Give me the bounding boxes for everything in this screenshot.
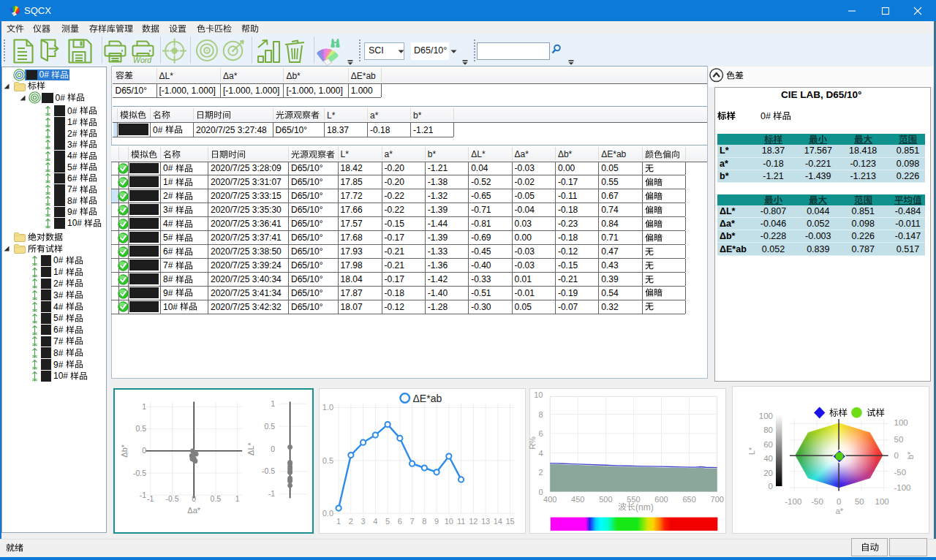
svg-text:700: 700 bbox=[711, 494, 724, 503]
svg-text:450: 450 bbox=[571, 494, 584, 503]
svg-text:b*: b* bbox=[906, 451, 915, 459]
svg-text:12: 12 bbox=[469, 517, 478, 526]
svg-text:0.5: 0.5 bbox=[135, 424, 146, 433]
svg-text:0: 0 bbox=[894, 451, 898, 460]
svg-text:4: 4 bbox=[373, 517, 377, 526]
svg-text:8: 8 bbox=[538, 409, 543, 418]
svg-text:1: 1 bbox=[271, 398, 275, 407]
svg-text:2: 2 bbox=[538, 468, 543, 477]
svg-text:13: 13 bbox=[481, 517, 490, 526]
svg-text:40: 40 bbox=[763, 454, 773, 463]
svg-text:50: 50 bbox=[894, 435, 903, 444]
svg-text:3: 3 bbox=[361, 517, 366, 526]
svg-text:500: 500 bbox=[599, 494, 612, 503]
svg-text:80: 80 bbox=[763, 425, 773, 434]
svg-text:-0.5: -0.5 bbox=[262, 466, 275, 475]
svg-text:-100: -100 bbox=[894, 483, 910, 492]
svg-text:14: 14 bbox=[494, 517, 502, 526]
svg-text:1: 1 bbox=[235, 494, 240, 503]
svg-text:6: 6 bbox=[538, 429, 543, 438]
svg-text:60: 60 bbox=[763, 440, 773, 449]
svg-text:-0.5: -0.5 bbox=[133, 468, 146, 477]
svg-text:5: 5 bbox=[385, 517, 390, 526]
svg-text:100: 100 bbox=[758, 412, 772, 420]
svg-text:1.0: 1.0 bbox=[322, 403, 333, 412]
svg-text:Δb*: Δb* bbox=[120, 444, 129, 457]
svg-text:a*: a* bbox=[835, 507, 843, 515]
svg-text:10: 10 bbox=[534, 390, 543, 399]
svg-text:9: 9 bbox=[434, 517, 439, 526]
svg-text:8: 8 bbox=[422, 517, 426, 526]
svg-text:650: 650 bbox=[682, 494, 695, 503]
svg-text:2: 2 bbox=[349, 517, 353, 526]
svg-text:10: 10 bbox=[445, 517, 453, 526]
svg-text:0.5: 0.5 bbox=[211, 494, 222, 503]
svg-text:11: 11 bbox=[457, 517, 465, 526]
svg-text:-1: -1 bbox=[268, 489, 275, 498]
svg-text:0: 0 bbox=[192, 494, 196, 503]
svg-text:-1: -1 bbox=[147, 494, 154, 503]
svg-text:7: 7 bbox=[410, 517, 415, 526]
svg-text:50: 50 bbox=[854, 497, 864, 506]
svg-text:600: 600 bbox=[654, 494, 668, 503]
svg-text:0.0: 0.0 bbox=[322, 509, 333, 518]
svg-text:6: 6 bbox=[398, 517, 402, 526]
svg-text:-0.5: -0.5 bbox=[165, 494, 178, 503]
svg-text:-100: -100 bbox=[785, 497, 801, 506]
svg-text:15: 15 bbox=[505, 517, 514, 526]
svg-text:Δa*: Δa* bbox=[187, 506, 200, 515]
svg-text:0: 0 bbox=[142, 446, 146, 455]
svg-text:0.5: 0.5 bbox=[322, 455, 333, 464]
svg-text:0: 0 bbox=[271, 444, 275, 453]
svg-text:0: 0 bbox=[538, 487, 543, 496]
svg-text:400: 400 bbox=[543, 494, 556, 503]
svg-text:L*: L* bbox=[747, 447, 756, 455]
svg-text:0.5: 0.5 bbox=[264, 421, 275, 430]
svg-text:100: 100 bbox=[875, 497, 888, 506]
svg-text:4: 4 bbox=[538, 448, 543, 457]
svg-text:-1: -1 bbox=[140, 490, 146, 499]
svg-text:100: 100 bbox=[894, 418, 907, 427]
svg-text:20: 20 bbox=[763, 469, 773, 477]
svg-text:R%: R% bbox=[528, 436, 537, 449]
svg-text:0: 0 bbox=[768, 482, 772, 491]
svg-text:0: 0 bbox=[836, 497, 840, 506]
svg-text:1: 1 bbox=[336, 517, 341, 526]
svg-text:-50: -50 bbox=[894, 468, 906, 477]
svg-text:1: 1 bbox=[142, 401, 146, 410]
svg-text:ΔL*: ΔL* bbox=[246, 442, 255, 455]
svg-text:-50: -50 bbox=[811, 497, 823, 506]
svg-text:ΔE*ab: ΔE*ab bbox=[413, 392, 442, 404]
